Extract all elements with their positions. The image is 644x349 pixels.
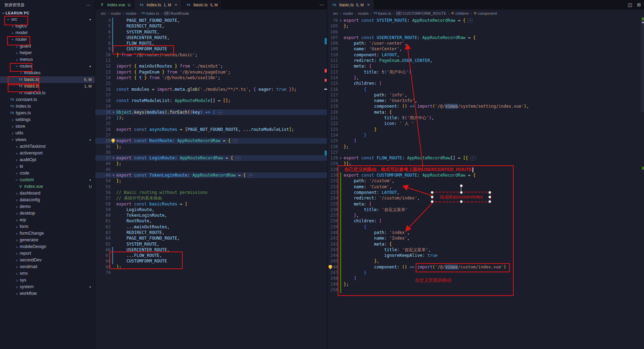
code-line[interactable]: 70 [95,270,327,275]
code-line[interactable]: 117 path: 'info', [327,92,644,98]
code-line[interactable]: 127 [327,150,644,155]
tab-index.vue[interactable]: Vindex.vueU [95,0,135,9]
code-line[interactable]: 7 USERCENTER_ROUTE, [95,35,327,40]
tree-item-dashboard[interactable]: ›dashboard [0,190,95,197]
code-line[interactable]: 128›export const FLOW_ROUTE: AppRouteRec… [327,155,644,161]
tree-item-activereport[interactable]: ›activereport [0,150,95,157]
tree-item-demo[interactable]: ›demo [0,203,95,210]
code-line[interactable]: 106 [327,29,644,35]
tree-item-bi[interactable]: ›bi [0,163,95,170]
breadcrumb-item-routes[interactable]: routes [126,11,137,15]
code-line[interactable]: 65 SYSTEM_ROUTE, [95,241,327,247]
tree-item-report[interactable]: ›report [0,250,95,257]
lightbulb-icon[interactable] [328,265,332,268]
tree-item-code[interactable]: ›code [0,170,95,177]
tree-item-actHiTaskinst[interactable]: ›actHiTaskinst [0,143,95,150]
code-line[interactable]: 125 ] [327,138,644,144]
code-line[interactable]: 10} from '/@/router/routes/basic'; [95,52,327,58]
tab-index.ts[interactable]: TSindex.ts1, M× [135,0,181,9]
close-icon[interactable]: × [175,2,177,7]
code-line[interactable]: 60 TokenLoginRoute, [95,212,327,218]
selection-handle[interactable] [431,196,434,198]
code-line[interactable]: 242 meta: { [327,241,644,247]
code-line[interactable]: 56// Basic routing without permissions [95,190,327,195]
code-line[interactable]: 11 [95,58,327,63]
more-actions-icon[interactable]: ⋯ [319,2,324,7]
code-line[interactable]: 245 }, [327,258,644,264]
code-line[interactable]: 63 REDIRECT_ROUTE, [95,230,327,235]
selection-handle[interactable] [431,191,434,194]
code-line[interactable]: 13import { PageEnum } from '/@/enums/pag… [95,69,327,75]
code-line[interactable]: 46›export const TokenLoginRoute: AppRout… [95,172,327,178]
code-line[interactable]: 4 PAGE_NOT_FOUND_ROUTE, [95,18,327,23]
code-line[interactable]: 247 } [327,270,644,275]
breadcrumb-item-router[interactable]: router [111,11,121,15]
code-line[interactable]: 122 icon: ' 人 ' [327,121,644,126]
code-line[interactable]: 105}; [327,23,644,29]
tree-item-sys[interactable]: ›sys [0,277,95,284]
folded-code-badge[interactable]: ⋯ [470,156,475,160]
breadcrumb-item-component[interactable]: ⚙component [474,11,497,15]
fold-chevron-icon[interactable]: › [339,18,342,23]
code-line[interactable]: 228}]; [327,161,644,166]
breadcrumb-item-RootRoute[interactable]: [@]RootRoute [164,11,189,15]
fold-chevron-icon[interactable]: › [112,172,115,178]
code-line[interactable]: 18const routeModuleList: AppRouteModule[… [95,98,327,103]
tree-item-guard[interactable]: ›guard [0,43,95,50]
selection-handle[interactable] [488,200,491,203]
breadcrumb-item-src[interactable]: src [333,11,338,15]
code-line[interactable]: 238 children: [ [327,218,644,224]
code-line[interactable]: 114 }, [327,75,644,81]
code-line[interactable]: 123 } [327,127,644,132]
code-line[interactable]: 67 ...FLOW_ROUTE, [95,253,327,258]
code-line[interactable]: 109 name: 'UserCenter', [327,46,644,52]
close-icon[interactable]: × [367,2,370,7]
code-line[interactable]: 68 CUSTOMFORM_ROUTE [95,258,327,264]
code-editor-right[interactable]: 76›export const SYSTEM_ROUTE: AppRouteRe… [327,17,644,349]
code-line[interactable]: 5 REDIRECT_ROUTE, [95,23,327,29]
tree-item-utils[interactable]: ›utils [0,130,95,137]
tree-item-constant.ts[interactable]: TSconstant.ts [0,96,95,103]
code-line[interactable]: 69]; [95,264,327,270]
code-line[interactable]: 36 [95,150,327,155]
tree-item-system[interactable]: ›system● [0,284,95,290]
breadcrumb-item-index.ts[interactable]: TSindex.ts [141,11,159,15]
code-line[interactable]: 237 }, [327,212,644,218]
code-line[interactable]: 243 title: '自定义菜单', [327,247,644,253]
code-line[interactable]: 6 SYSTEM_ROUTE, [95,29,327,35]
code-line[interactable]: 28›export const RootRoute: AppRouteRecor… [95,138,327,144]
tree-item-routes[interactable]: ›routes● [0,63,95,70]
code-line[interactable]: 126}; [327,144,644,150]
code-line[interactable]: 107export const USERCENTER_ROUTE: AppRou… [327,35,644,40]
tree-item-index.ts[interactable]: TSindex.ts1, M [0,83,95,90]
folded-code-badge[interactable]: ⋯ [233,139,238,143]
selection-handle[interactable] [488,191,491,194]
code-line[interactable]: 116 { [327,87,644,92]
code-line[interactable]: 248 ] [327,275,644,281]
code-line[interactable]: 24}); [95,115,327,121]
tree-item-erp[interactable]: ›erp [0,217,95,223]
selection-handle[interactable] [431,200,434,203]
code-editor-middle[interactable]: 4 PAGE_NOT_FOUND_ROUTE,5 REDIRECT_ROUTE,… [95,17,327,349]
selection-handle[interactable] [460,191,463,194]
code-line[interactable]: 54}; [95,178,327,184]
selection-handle[interactable] [460,200,463,203]
code-line[interactable]: 59 LoginRoute, [95,207,327,212]
code-line[interactable]: 110 component: LAYOUT, [327,52,644,58]
tree-item-mainOut.ts[interactable]: TSmainOut.ts [0,90,95,96]
code-line[interactable]: 37›export const LoginRoute: AppRouteReco… [95,155,327,161]
code-line[interactable]: 76›export const SYSTEM_ROUTE: AppRouteRe… [327,18,644,23]
scrollbar-thumb[interactable] [641,17,644,112]
code-line[interactable]: 230export const CUSTOMFORM_ROUTE: AppRou… [327,172,644,178]
code-line[interactable]: 20›Object.keys(modules).forEach((key) =>… [95,109,327,115]
tree-item-desktop[interactable]: ›desktop [0,210,95,217]
explorer-section-header[interactable]: › LEARUN PC [0,10,95,16]
code-line[interactable]: 112 meta: { [327,63,644,69]
code-line[interactable]: 121 title: t('用户中心'), [327,115,644,121]
selection-handle[interactable] [488,196,491,198]
code-line[interactable]: 231 path: '/custom', [327,178,644,184]
tree-item-generator[interactable]: ›generator [0,237,95,243]
tree-item-logics[interactable]: ›logics [0,23,95,30]
tree-item-src[interactable]: ›src● [0,16,95,23]
fold-chevron-icon[interactable]: › [112,109,115,115]
